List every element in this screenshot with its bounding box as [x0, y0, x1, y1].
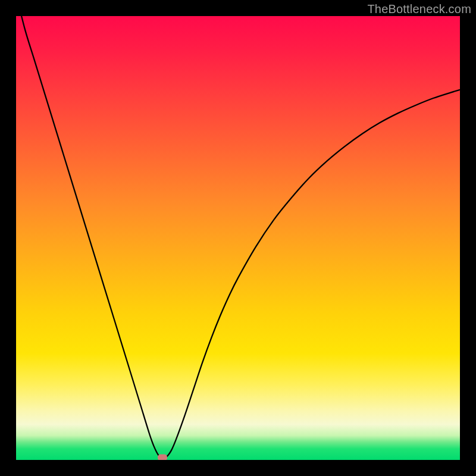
- optimal-marker: [158, 455, 167, 460]
- bottleneck-curve: [16, 16, 460, 458]
- plot-area: [16, 16, 460, 460]
- chart-frame: TheBottleneck.com: [0, 0, 476, 476]
- watermark-text: TheBottleneck.com: [367, 2, 471, 16]
- curve-svg: [16, 16, 460, 460]
